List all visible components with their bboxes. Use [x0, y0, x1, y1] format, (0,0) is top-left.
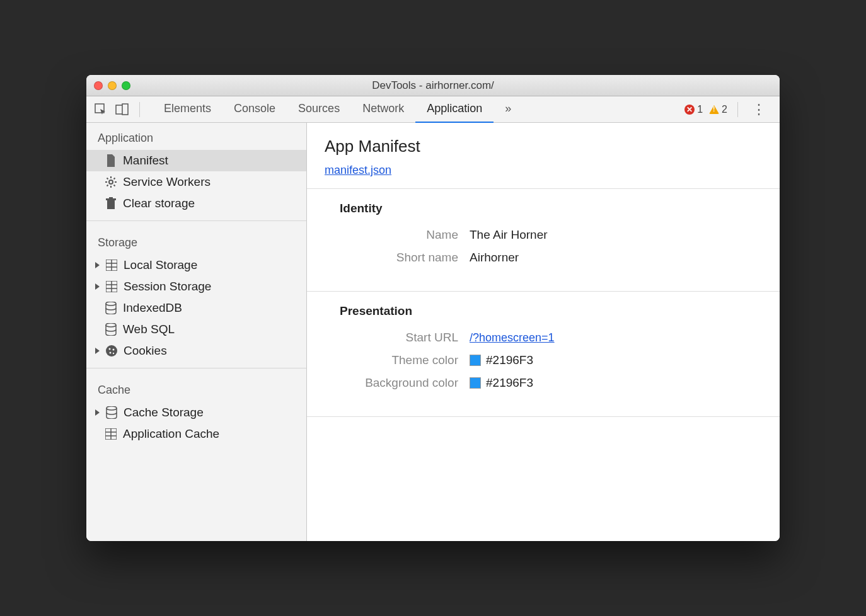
sidebar-item-cache-storage[interactable]: Cache Storage [86, 402, 306, 423]
sidebar-item-label: IndexedDB [123, 301, 182, 315]
svg-rect-2 [122, 104, 128, 115]
theme-color-row: Theme color #2196F3 [325, 353, 762, 367]
sidebar-item-indexeddb[interactable]: IndexedDB [86, 297, 306, 319]
tab-application[interactable]: Application [415, 96, 494, 123]
sidebar-item-label: Cache Storage [124, 406, 204, 419]
settings-menu-icon[interactable]: ⋮ [748, 101, 770, 118]
sidebar-item-web-sql[interactable]: Web SQL [86, 319, 306, 340]
theme-color-swatch [470, 355, 481, 366]
svg-point-20 [110, 352, 112, 354]
main-panel: App Manifest manifest.json Identity Name… [307, 123, 780, 541]
svg-point-18 [109, 348, 111, 350]
svg-rect-5 [106, 198, 116, 200]
cookie-icon [105, 344, 118, 358]
errors-badge[interactable]: ✕ 1 [684, 104, 703, 115]
file-icon [104, 154, 118, 168]
grid-icon [105, 258, 118, 272]
sidebar-item-application-cache[interactable]: Application Cache [86, 423, 306, 445]
sidebar-section-storage: Storage [86, 227, 306, 254]
tab-elements[interactable]: Elements [153, 96, 222, 123]
start-url-link[interactable]: /?homescreen=1 [470, 331, 555, 345]
toolbar-right: ✕ 1 2 ⋮ [684, 101, 773, 118]
start-url-row: Start URL /?homescreen=1 [325, 331, 762, 345]
sidebar-item-label: Local Storage [124, 258, 197, 272]
errors-count: 1 [697, 104, 703, 115]
db-icon [105, 406, 118, 419]
tab-console[interactable]: Console [222, 96, 287, 123]
svg-point-15 [106, 302, 116, 305]
svg-point-21 [113, 353, 114, 354]
zoom-window-button[interactable] [122, 81, 130, 90]
close-window-button[interactable] [94, 81, 103, 90]
sidebar-item-service-workers[interactable]: Service Workers [86, 171, 306, 193]
presentation-heading: Presentation [325, 304, 762, 318]
disclosure-triangle-icon[interactable] [95, 262, 100, 268]
sidebar-item-label: Clear storage [123, 197, 195, 210]
sidebar-item-manifest[interactable]: Manifest [86, 150, 306, 171]
svg-rect-4 [107, 200, 115, 209]
presentation-section: Presentation Start URL /?homescreen=1 Th… [307, 292, 780, 417]
sidebar: Application Manifest Service Workers Cle… [86, 123, 307, 541]
tab-sources[interactable]: Sources [287, 96, 351, 123]
sidebar-item-label: Application Cache [123, 427, 219, 441]
grid-icon [104, 427, 118, 441]
svg-point-17 [106, 345, 117, 356]
inspect-element-icon[interactable] [93, 101, 109, 118]
sidebar-separator [86, 220, 306, 221]
traffic-lights [94, 81, 130, 90]
sidebar-item-cookies[interactable]: Cookies [86, 340, 306, 362]
window-title: DevTools - airhorner.com/ [86, 79, 780, 92]
svg-point-16 [106, 323, 116, 327]
svg-rect-6 [109, 197, 113, 198]
titlebar: DevTools - airhorner.com/ [86, 75, 780, 96]
sidebar-item-clear-storage[interactable]: Clear storage [86, 193, 306, 214]
devtools-window: DevTools - airhorner.com/ Elements Conso… [86, 75, 780, 541]
sidebar-item-label: Web SQL [123, 322, 175, 336]
disclosure-triangle-icon[interactable] [95, 409, 100, 416]
main-header: App Manifest manifest.json [307, 123, 780, 189]
sidebar-item-local-storage[interactable]: Local Storage [86, 254, 306, 276]
manifest-link[interactable]: manifest.json [325, 164, 391, 176]
sidebar-section-cache: Cache [86, 375, 306, 402]
theme-color-value: #2196F3 [486, 353, 533, 367]
tab-network[interactable]: Network [351, 96, 415, 123]
sidebar-item-label: Manifest [123, 154, 168, 168]
warnings-badge[interactable]: 2 [709, 104, 727, 115]
short-name-label: Short name [325, 251, 470, 265]
background-color-swatch [470, 377, 481, 389]
identity-short-name-row: Short name Airhorner [325, 251, 762, 265]
toolbar-separator [139, 102, 140, 117]
sidebar-section-application: Application [86, 123, 306, 150]
name-label: Name [325, 228, 470, 242]
body: Application Manifest Service Workers Cle… [86, 123, 780, 541]
minimize-window-button[interactable] [108, 81, 117, 90]
sidebar-item-session-storage[interactable]: Session Storage [86, 276, 306, 297]
panel-tabs: Elements Console Sources Network Applica… [153, 96, 522, 123]
short-name-value: Airhorner [470, 251, 519, 265]
tab-overflow[interactable]: » [494, 96, 522, 123]
name-value: The Air Horner [470, 228, 548, 242]
error-icon: ✕ [684, 105, 695, 115]
identity-name-row: Name The Air Horner [325, 228, 762, 242]
disclosure-triangle-icon[interactable] [95, 348, 100, 354]
disclosure-triangle-icon[interactable] [95, 283, 100, 290]
db-icon [104, 301, 118, 315]
device-toggle-icon[interactable] [114, 101, 130, 118]
svg-point-19 [113, 349, 115, 351]
toolbar-separator [737, 102, 738, 117]
theme-color-label: Theme color [325, 353, 470, 367]
background-color-label: Background color [325, 376, 470, 390]
toolbar: Elements Console Sources Network Applica… [86, 96, 780, 123]
sidebar-item-label: Cookies [124, 344, 167, 358]
gear-icon [104, 175, 118, 189]
warning-icon [709, 105, 719, 114]
grid-icon [105, 280, 118, 294]
page-title: App Manifest [325, 137, 762, 156]
identity-heading: Identity [325, 202, 762, 215]
svg-point-3 [109, 180, 113, 184]
identity-section: Identity Name The Air Horner Short name … [307, 189, 780, 292]
start-url-label: Start URL [325, 331, 470, 345]
warnings-count: 2 [722, 104, 727, 115]
sidebar-item-label: Session Storage [124, 280, 211, 294]
sidebar-separator [86, 368, 306, 368]
